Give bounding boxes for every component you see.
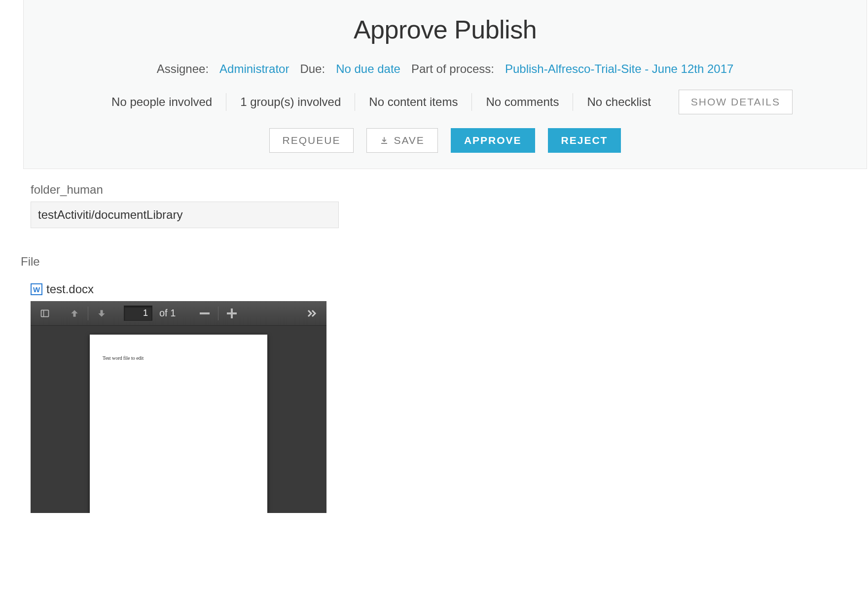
zoom-out-icon[interactable] xyxy=(197,306,212,321)
folder-label: folder_human xyxy=(31,183,843,197)
due-link[interactable]: No due date xyxy=(336,62,400,76)
toolbar-separator xyxy=(88,307,88,320)
file-section-label: File xyxy=(21,255,843,269)
info-content[interactable]: No content items xyxy=(355,93,472,111)
reject-button[interactable]: REJECT xyxy=(548,128,621,153)
svg-rect-4 xyxy=(227,312,237,314)
due-label: Due: xyxy=(300,62,325,76)
page-title: Approve Publish xyxy=(43,15,847,44)
assignee-label: Assignee: xyxy=(157,62,209,76)
expand-tools-icon[interactable] xyxy=(305,306,320,321)
action-row: REQUEUE SAVE APPROVE REJECT xyxy=(43,128,847,153)
show-details-button[interactable]: SHOW DETAILS xyxy=(679,90,793,114)
process-link[interactable]: Publish-Alfresco-Trial-Site - June 12th … xyxy=(505,62,733,76)
info-checklist[interactable]: No checklist xyxy=(573,93,664,111)
page-total-label: of 1 xyxy=(159,308,176,319)
task-header-panel: Approve Publish Assignee: Administrator … xyxy=(23,0,867,169)
download-icon xyxy=(380,136,389,145)
svg-rect-2 xyxy=(200,312,210,314)
file-name: test.docx xyxy=(46,282,94,296)
document-text: Test word file to edit xyxy=(103,355,254,361)
next-page-icon[interactable] xyxy=(94,306,109,321)
info-row: No people involved 1 group(s) involved N… xyxy=(43,90,847,114)
process-label: Part of process: xyxy=(411,62,494,76)
viewer-toolbar: of 1 xyxy=(31,301,326,326)
approve-button[interactable]: APPROVE xyxy=(451,128,535,153)
meta-row: Assignee: Administrator Due: No due date… xyxy=(43,62,847,76)
requeue-button[interactable]: REQUEUE xyxy=(269,128,354,153)
toolbar-separator xyxy=(218,307,218,320)
document-page: Test word file to edit xyxy=(90,335,267,513)
page-number-input[interactable] xyxy=(124,306,152,321)
save-button[interactable]: SAVE xyxy=(366,128,437,153)
info-groups[interactable]: 1 group(s) involved xyxy=(226,93,355,111)
form-area: folder_human File W test.docx xyxy=(6,169,868,513)
word-doc-icon: W xyxy=(31,283,42,295)
info-people[interactable]: No people involved xyxy=(98,93,226,111)
folder-input[interactable] xyxy=(31,202,339,228)
save-label: SAVE xyxy=(394,135,424,146)
document-viewer: of 1 Test word file to edit xyxy=(31,301,326,513)
prev-page-icon[interactable] xyxy=(67,306,82,321)
viewer-body[interactable]: Test word file to edit xyxy=(31,326,326,513)
info-comments[interactable]: No comments xyxy=(472,93,573,111)
sidebar-toggle-icon[interactable] xyxy=(37,306,52,321)
zoom-in-icon[interactable] xyxy=(224,306,239,321)
svg-rect-0 xyxy=(41,310,49,316)
assignee-link[interactable]: Administrator xyxy=(219,62,289,76)
file-row[interactable]: W test.docx xyxy=(31,282,843,296)
